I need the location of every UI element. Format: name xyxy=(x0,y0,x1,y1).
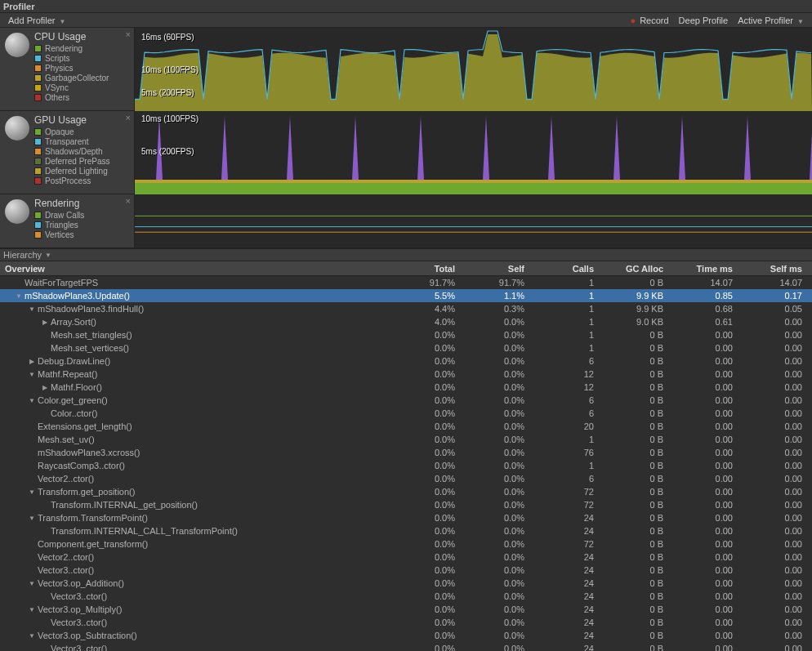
foldout-icon[interactable] xyxy=(28,448,36,457)
table-row[interactable]: Color.get_green() 0.0% 0.0% 6 0 B 0.00 0… xyxy=(0,394,812,407)
profiler-track[interactable]: × CPU Usage Rendering Scripts Physics Ga… xyxy=(0,28,812,111)
table-row[interactable]: Vector2..ctor() 0.0% 0.0% 6 0 B 0.00 0.0… xyxy=(0,472,812,485)
foldout-icon[interactable] xyxy=(28,631,36,640)
cell-time: 0.00 xyxy=(670,487,739,497)
cell-gc: 0 B xyxy=(600,421,670,431)
column-time-ms[interactable]: Time ms xyxy=(670,264,739,274)
table-row[interactable]: Vector3.op_Multiply() 0.0% 0.0% 24 0 B 0… xyxy=(0,603,812,616)
foldout-icon[interactable] xyxy=(28,461,36,470)
foldout-icon[interactable] xyxy=(28,488,36,496)
add-profiler-button[interactable]: Add Profiler ▼ xyxy=(3,14,70,27)
profiler-tab[interactable]: Profiler xyxy=(3,2,35,11)
table-row[interactable]: Extensions.get_length() 0.0% 0.0% 20 0 B… xyxy=(0,420,812,433)
column-self-ms[interactable]: Self ms xyxy=(739,264,809,274)
legend-item: GarbageCollector xyxy=(34,74,134,82)
profiler-track[interactable]: × GPU Usage Opaque Transparent Shadows/D… xyxy=(0,111,812,194)
table-row[interactable]: Mathf.Floor() 0.0% 0.0% 12 0 B 0.00 0.00 xyxy=(0,381,812,394)
foldout-icon[interactable] xyxy=(28,540,36,548)
table-row[interactable]: Vector3..ctor() 0.0% 0.0% 24 0 B 0.00 0.… xyxy=(0,590,812,603)
table-row[interactable]: Array.Sort() 4.0% 0.0% 1 9.0 KB 0.61 0.0… xyxy=(0,315,812,328)
table-row[interactable]: Debug.DrawLine() 0.0% 0.0% 6 0 B 0.00 0.… xyxy=(0,354,812,368)
table-row[interactable]: Vector3.op_Subtraction() 0.0% 0.0% 24 0 … xyxy=(0,629,812,642)
table-row[interactable]: Vector3..ctor() 0.0% 0.0% 24 0 B 0.00 0.… xyxy=(0,642,812,651)
legend-item: Others xyxy=(34,93,134,102)
active-profiler-button[interactable]: Active Profiler ▼ xyxy=(733,14,809,27)
foldout-icon[interactable] xyxy=(28,422,36,430)
table-row[interactable]: WaitForTargetFPS 91.7% 91.7% 1 0 B 14.07… xyxy=(0,276,812,289)
cell-calls: 6 xyxy=(531,474,600,484)
foldout-icon[interactable] xyxy=(28,605,36,613)
foldout-icon[interactable] xyxy=(41,618,49,626)
table-row[interactable]: Mesh.set_uv() 0.0% 0.0% 1 0 B 0.00 0.00 xyxy=(0,433,812,446)
close-icon[interactable]: × xyxy=(126,113,131,123)
table-row[interactable]: Mesh.set_vertices() 0.0% 0.0% 1 0 B 0.00… xyxy=(0,341,812,354)
table-row[interactable]: Transform.INTERNAL_get_position() 0.0% 0… xyxy=(0,498,812,511)
table-row[interactable]: Mathf.Repeat() 0.0% 0.0% 12 0 B 0.00 0.0… xyxy=(0,368,812,381)
table-row[interactable]: Transform.TransformPoint() 0.0% 0.0% 24 … xyxy=(0,511,812,524)
track-panel[interactable]: × CPU Usage Rendering Scripts Physics Ga… xyxy=(0,28,135,111)
foldout-icon[interactable] xyxy=(28,475,36,483)
table-row[interactable]: RaycastComp3..ctor() 0.0% 0.0% 1 0 B 0.0… xyxy=(0,459,812,472)
foldout-icon[interactable] xyxy=(15,292,23,300)
table-row[interactable]: mShadowPlane3.xcross() 0.0% 0.0% 76 0 B … xyxy=(0,446,812,459)
foldout-icon[interactable] xyxy=(41,409,49,417)
foldout-icon[interactable] xyxy=(28,396,36,404)
table-row[interactable]: Transform.get_position() 0.0% 0.0% 72 0 … xyxy=(0,485,812,498)
foldout-icon[interactable] xyxy=(28,566,36,574)
row-name: Transform.get_position() xyxy=(38,487,135,497)
foldout-icon[interactable] xyxy=(41,501,49,509)
table-row[interactable]: mShadowPlane3.findHull() 4.4% 0.3% 1 9.9… xyxy=(0,302,812,315)
track-panel[interactable]: × GPU Usage Opaque Transparent Shadows/D… xyxy=(0,111,135,194)
foldout-icon[interactable] xyxy=(28,370,36,378)
cell-overview: Mathf.Floor() xyxy=(0,382,392,392)
table-row[interactable]: Vector3..ctor() 0.0% 0.0% 24 0 B 0.00 0.… xyxy=(0,564,812,577)
track-panel[interactable]: × Rendering Draw Calls Triangles Vertice… xyxy=(0,194,135,248)
close-icon[interactable]: × xyxy=(126,196,131,206)
table-row[interactable]: Color..ctor() 0.0% 0.0% 6 0 B 0.00 0.00 xyxy=(0,407,812,420)
close-icon[interactable]: × xyxy=(126,29,131,39)
table-row[interactable]: Vector3.op_Addition() 0.0% 0.0% 24 0 B 0… xyxy=(0,577,812,590)
table-row[interactable]: Transform.INTERNAL_CALL_TransformPoint()… xyxy=(0,524,812,537)
foldout-icon[interactable] xyxy=(41,344,49,352)
table-row[interactable]: Vector3..ctor() 0.0% 0.0% 24 0 B 0.00 0.… xyxy=(0,616,812,629)
column-overview[interactable]: Overview xyxy=(0,264,392,274)
table-row[interactable]: mShadowPlane3.Update() 5.5% 1.1% 1 9.9 K… xyxy=(0,289,812,302)
cell-overview: Transform.TransformPoint() xyxy=(0,513,392,523)
cell-selfms: 14.07 xyxy=(739,278,809,288)
cell-selfms: 0.00 xyxy=(739,539,809,549)
foldout-icon[interactable] xyxy=(28,435,36,444)
column-total[interactable]: Total xyxy=(392,264,462,274)
hierarchy-mode-selector[interactable]: Hierarchy ▼ xyxy=(0,248,812,261)
foldout-icon[interactable] xyxy=(41,592,49,600)
foldout-icon[interactable] xyxy=(41,318,49,326)
legend-swatch xyxy=(34,158,42,165)
table-row[interactable]: Mesh.set_triangles() 0.0% 0.0% 1 0 B 0.0… xyxy=(0,328,812,341)
track-graph[interactable] xyxy=(135,194,812,248)
foldout-icon[interactable] xyxy=(28,553,36,561)
foldout-icon[interactable] xyxy=(28,357,36,365)
cell-total: 0.0% xyxy=(392,421,462,431)
table-row[interactable]: Vector2..ctor() 0.0% 0.0% 24 0 B 0.00 0.… xyxy=(0,551,812,564)
foldout-icon[interactable] xyxy=(41,383,49,391)
foldout-icon[interactable] xyxy=(28,579,36,587)
column-calls[interactable]: Calls xyxy=(531,264,600,274)
record-button[interactable]: ● Record xyxy=(625,14,673,27)
foldout-icon[interactable] xyxy=(41,644,49,651)
cell-gc: 0 B xyxy=(600,330,670,340)
column-self[interactable]: Self xyxy=(462,264,531,274)
column-gc-alloc[interactable]: GC Alloc xyxy=(600,264,670,274)
table-row[interactable]: Component.get_transform() 0.0% 0.0% 72 0… xyxy=(0,537,812,551)
foldout-icon[interactable] xyxy=(41,331,49,339)
foldout-icon[interactable] xyxy=(28,305,36,313)
profiler-track[interactable]: × Rendering Draw Calls Triangles Vertice… xyxy=(0,194,812,248)
track-graph[interactable]: 10ms (100FPS)5ms (200FPS) xyxy=(135,111,812,194)
cell-selfms: 0.00 xyxy=(739,330,809,340)
foldout-icon[interactable] xyxy=(28,514,36,522)
foldout-icon[interactable] xyxy=(15,279,23,287)
track-legend: Rendering Scripts Physics GarbageCollect… xyxy=(34,44,134,106)
cell-time: 0.00 xyxy=(670,618,739,627)
deep-profile-button[interactable]: Deep Profile xyxy=(674,14,734,27)
track-graph[interactable]: 16ms (60FPS)10ms (100FPS)5ms (200FPS) xyxy=(135,28,812,111)
cell-total: 0.0% xyxy=(392,448,462,457)
foldout-icon[interactable] xyxy=(41,527,49,535)
